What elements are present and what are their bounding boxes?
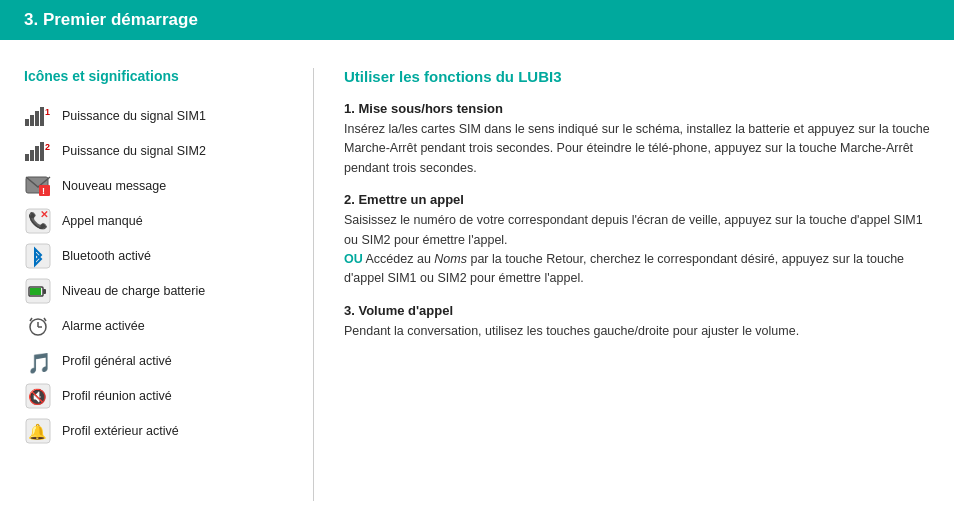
signal2-label: Puissance du signal SIM2 xyxy=(62,144,206,158)
profile-general-icon: 🎵 xyxy=(24,347,52,375)
block2-body: Saisissez le numéro de votre corresponda… xyxy=(344,211,930,289)
battery-icon xyxy=(24,277,52,305)
profile-meeting-icon: 🔇 xyxy=(24,382,52,410)
list-item: 📞 ✕ Appel manqué xyxy=(24,207,289,235)
svg-rect-1 xyxy=(30,115,34,126)
message-label: Nouveau message xyxy=(62,179,166,193)
svg-line-25 xyxy=(44,318,46,321)
svg-text:1: 1 xyxy=(45,107,50,117)
main-content: Icônes et significations 1 Puissance du … xyxy=(0,40,954,521)
list-item: 🔇 Profil réunion activé xyxy=(24,382,289,410)
svg-text:2: 2 xyxy=(45,142,50,152)
list-item: Niveau de charge batterie xyxy=(24,277,289,305)
profile-meeting-label: Profil réunion activé xyxy=(62,389,172,403)
list-item: ! Nouveau message xyxy=(24,172,289,200)
block2-title: 2. Emettre un appel xyxy=(344,192,930,207)
block3-body: Pendant la conversation, utilisez les to… xyxy=(344,322,930,341)
signal2-icon: 2 xyxy=(24,137,52,165)
noms-italic: Noms xyxy=(434,252,467,266)
profile-outdoor-label: Profil extérieur activé xyxy=(62,424,179,438)
ou-highlight: OU xyxy=(344,252,363,266)
bluetooth-label: Bluetooth activé xyxy=(62,249,151,263)
profile-general-label: Profil général activé xyxy=(62,354,172,368)
svg-rect-5 xyxy=(25,154,29,161)
svg-text:🔔: 🔔 xyxy=(28,423,47,441)
block1-title: 1. Mise sous/hors tension xyxy=(344,101,930,116)
list-item: 1 Puissance du signal SIM1 xyxy=(24,102,289,130)
list-item: 🎵 Profil général activé xyxy=(24,347,289,375)
page-header: 3. Premier démarrage xyxy=(0,0,954,40)
message-icon: ! xyxy=(24,172,52,200)
section-block-1: 1. Mise sous/hors tension Insérez la/les… xyxy=(344,101,930,178)
profile-outdoor-icon: 🔔 xyxy=(24,417,52,445)
missed-call-label: Appel manqué xyxy=(62,214,143,228)
svg-line-24 xyxy=(30,318,32,321)
section-block-3: 3. Volume d'appel Pendant la conversatio… xyxy=(344,303,930,341)
svg-text:🎵: 🎵 xyxy=(27,351,51,374)
svg-text:!: ! xyxy=(42,186,45,196)
svg-rect-20 xyxy=(43,289,46,294)
battery-label: Niveau de charge batterie xyxy=(62,284,205,298)
svg-rect-19 xyxy=(30,288,41,295)
svg-text:🔇: 🔇 xyxy=(28,388,47,406)
list-item: Bluetooth activé xyxy=(24,242,289,270)
header-title: 3. Premier démarrage xyxy=(24,10,198,29)
right-panel: Utiliser les fonctions du LUBI3 1. Mise … xyxy=(314,68,930,501)
section-block-2: 2. Emettre un appel Saisissez le numéro … xyxy=(344,192,930,289)
bluetooth-icon xyxy=(24,242,52,270)
list-item: Alarme activée xyxy=(24,312,289,340)
svg-text:✕: ✕ xyxy=(40,209,48,220)
missed-call-icon: 📞 ✕ xyxy=(24,207,52,235)
svg-rect-0 xyxy=(25,119,29,126)
alarm-label: Alarme activée xyxy=(62,319,145,333)
left-panel: Icônes et significations 1 Puissance du … xyxy=(24,68,314,501)
block1-body: Insérez la/les cartes SIM dans le sens i… xyxy=(344,120,930,178)
list-item: 2 Puissance du signal SIM2 xyxy=(24,137,289,165)
svg-rect-6 xyxy=(30,150,34,161)
svg-rect-8 xyxy=(40,142,44,161)
right-section-title: Utiliser les fonctions du LUBI3 xyxy=(344,68,930,85)
list-item: 🔔 Profil extérieur activé xyxy=(24,417,289,445)
svg-rect-2 xyxy=(35,111,39,126)
icon-list: 1 Puissance du signal SIM1 2 Puissance xyxy=(24,102,289,445)
signal1-icon: 1 xyxy=(24,102,52,130)
svg-rect-3 xyxy=(40,107,44,126)
signal1-label: Puissance du signal SIM1 xyxy=(62,109,206,123)
svg-rect-7 xyxy=(35,146,39,161)
alarm-icon xyxy=(24,312,52,340)
left-section-title: Icônes et significations xyxy=(24,68,289,84)
block3-title: 3. Volume d'appel xyxy=(344,303,930,318)
